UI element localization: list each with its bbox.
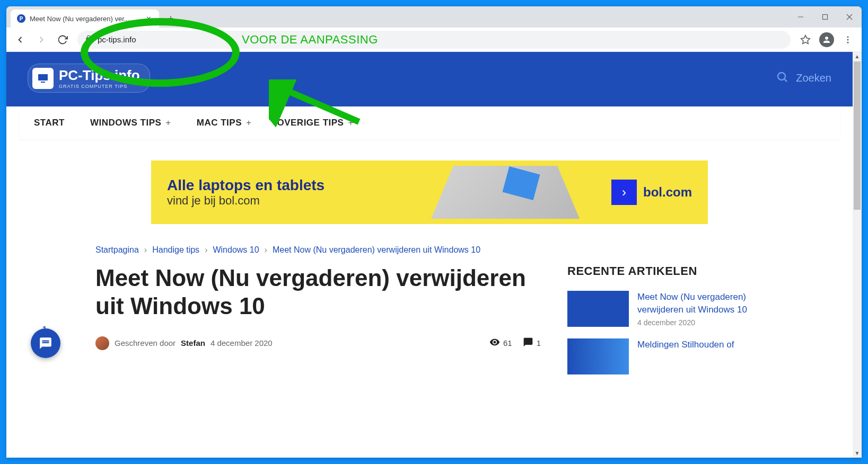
breadcrumb-item[interactable]: Windows 10 [213,245,259,255]
article-thumbnail [567,338,629,374]
close-window-button[interactable] [837,6,862,28]
svg-rect-1 [823,15,828,20]
kebab-menu-button[interactable] [838,30,857,49]
ad-banner[interactable]: Alle laptops en tablets vind je bij bol.… [151,160,708,224]
comment-icon [523,337,533,349]
forward-button[interactable] [32,30,51,49]
scroll-up-button[interactable]: ▲ [853,52,862,61]
article-date: 4 december 2020 [211,338,273,347]
chat-button[interactable]: 1 [31,328,60,358]
scrollbar-thumb[interactable] [854,61,861,210]
browser-toolbar: pc-tips.info VOOR DE AANPASSING [6,28,862,52]
sidebar: RECENTE ARTIKELEN Meet Now (Nu vergadere… [567,264,764,386]
new-tab-button[interactable]: + [163,11,178,26]
view-count: 61 [489,337,512,349]
url-text: pc-tips.info [98,35,136,44]
chat-badge: 1 [42,324,47,333]
chevron-right-icon: › [611,180,637,205]
recent-article-item[interactable]: Meet Now (Nu vergaderen) verwijderen uit… [567,291,764,327]
article-byline: Geschreven door Stefan 4 december 2020 6… [95,336,541,350]
browser-tab[interactable]: P Meet Now (Nu vergaderen) ver... ✕ [11,10,159,28]
lock-icon [85,35,92,44]
content-area: PC-Tips.info GRATIS COMPUTER TIPS Zoeken… [6,52,862,458]
address-bar[interactable]: pc-tips.info VOOR DE AANPASSING [77,31,791,49]
plus-icon: + [246,118,251,128]
breadcrumb-item[interactable]: Startpagina [95,245,139,255]
bookmark-button[interactable] [796,30,815,49]
recent-article-item[interactable]: Meldingen Stilhouden of [567,338,764,374]
svg-rect-11 [41,82,45,83]
favicon-icon: P [17,14,25,23]
svg-rect-10 [38,74,48,81]
annotation-label: VOOR DE AANPASSING [242,33,378,47]
breadcrumb-item[interactable]: Handige tips [152,245,199,255]
vertical-scrollbar[interactable]: ▲ ▼ [853,52,862,458]
page-body: Alle laptops en tablets vind je bij bol.… [64,139,795,397]
logo-icon [32,68,54,89]
maximize-button[interactable] [813,6,837,28]
article-title: Meet Now (Nu vergaderen) verwijderen uit… [95,264,541,320]
ad-laptop-image [431,166,580,219]
search-placeholder: Zoeken [796,72,831,84]
nav-item-windows-tips[interactable]: WINDOWS TIPS+ [90,118,171,128]
author-avatar [95,336,109,350]
svg-marker-4 [801,35,810,43]
chat-icon [39,336,52,350]
svg-point-6 [847,39,849,40]
main-nav: START WINDOWS TIPS+ MAC TIPS+ OVERIGE TI… [19,106,840,139]
scroll-down-button[interactable]: ▼ [853,449,862,458]
search-icon [776,70,788,86]
nav-item-overige-tips[interactable]: OVERIGE TIPS+ [277,118,353,128]
ad-brand-logo: › bol.com [611,180,692,205]
browser-window: P Meet Now (Nu vergaderen) ver... ✕ + pc… [6,6,862,458]
main-column: Meet Now (Nu vergaderen) verwijderen uit… [95,264,541,386]
svg-point-7 [847,41,849,43]
plus-icon: + [165,118,171,128]
plus-icon: + [348,118,353,128]
breadcrumb-item[interactable]: Meet Now (Nu vergaderen) verwijderen uit… [273,245,480,255]
breadcrumb: Startpagina› Handige tips› Windows 10› M… [95,245,764,255]
logo-text: PC-Tips.info [59,67,140,84]
nav-item-start[interactable]: START [34,118,65,128]
profile-button[interactable] [817,30,836,49]
minimize-button[interactable] [788,6,813,28]
svg-point-12 [778,73,785,80]
svg-line-13 [785,79,787,81]
ad-headline: Alle laptops en tablets [167,177,325,194]
site-search[interactable]: Zoeken [776,70,831,86]
back-button[interactable] [11,30,30,49]
site-logo[interactable]: PC-Tips.info GRATIS COMPUTER TIPS [28,64,150,93]
article-thumbnail [567,291,629,327]
tab-strip: P Meet Now (Nu vergaderen) ver... ✕ + [6,6,862,28]
site-header: PC-Tips.info GRATIS COMPUTER TIPS Zoeken [6,52,853,106]
eye-icon [489,337,500,349]
nav-item-mac-tips[interactable]: MAC TIPS+ [197,118,252,128]
svg-point-5 [847,36,849,38]
author-name: Stefan [181,338,205,347]
comment-count[interactable]: 1 [523,337,541,349]
viewport[interactable]: PC-Tips.info GRATIS COMPUTER TIPS Zoeken… [6,52,853,458]
tab-title: Meet Now (Nu vergaderen) ver... [30,15,140,23]
reload-button[interactable] [53,30,72,49]
logo-subtitle: GRATIS COMPUTER TIPS [59,84,140,89]
tab-close-button[interactable]: ✕ [144,14,153,23]
ad-subline: vind je bij bol.com [167,194,325,208]
sidebar-title: RECENTE ARTIKELEN [567,264,764,278]
window-controls [788,6,862,28]
